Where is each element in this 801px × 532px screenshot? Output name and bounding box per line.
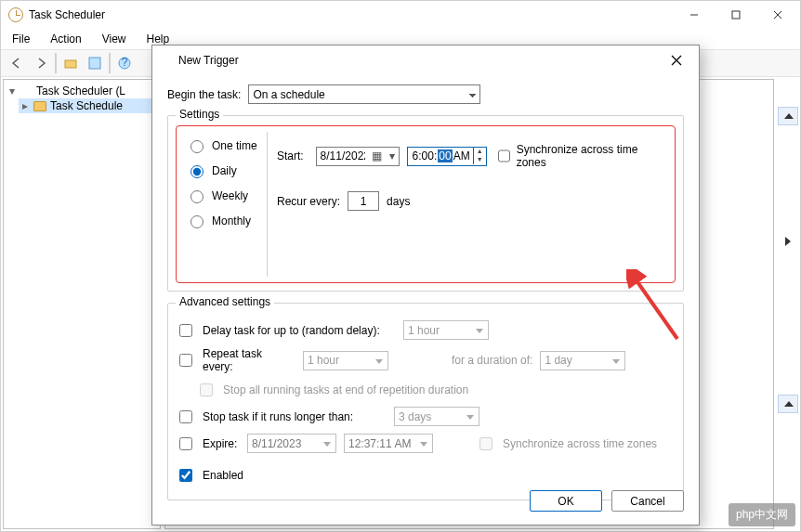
duration-value-combo: 1 day xyxy=(540,351,625,370)
freq-monthly[interactable]: Monthly xyxy=(186,213,263,228)
recur-label: Recur every: xyxy=(277,195,340,208)
nav-forward-button[interactable] xyxy=(31,53,51,73)
freq-daily[interactable]: Daily xyxy=(186,162,263,178)
svg-text:?: ? xyxy=(122,57,128,69)
dialog-title: New Trigger xyxy=(178,54,239,67)
enabled-checkbox[interactable] xyxy=(179,469,192,482)
minimize-button[interactable] xyxy=(673,2,715,28)
recur-value-input[interactable] xyxy=(348,191,379,211)
nav-back-button[interactable] xyxy=(7,53,27,73)
repeat-label: Repeat task every: xyxy=(203,347,295,373)
time-ampm[interactable]: AM xyxy=(453,149,471,162)
expire-time-input: 12:37:11 AM xyxy=(344,434,433,453)
tree-root-label: Task Scheduler (L xyxy=(36,84,125,97)
stop-after-rep-label: Stop all running tasks at end of repetit… xyxy=(223,383,468,396)
tree-pane: ▾ Task Scheduler (L ▸ Task Schedule xyxy=(3,79,161,529)
frequency-column: One time Daily Weekly Monthly xyxy=(182,132,268,277)
time-spinner[interactable]: ▲▼ xyxy=(473,148,486,164)
new-trigger-dialog: New Trigger Begin the task: On a schedul… xyxy=(151,45,700,526)
chevron-right-icon[interactable] xyxy=(785,237,791,246)
stop-after-rep-checkbox xyxy=(200,383,213,396)
settings-highlight: One time Daily Weekly Monthly Start: ▦ ▾ xyxy=(176,125,676,283)
dialog-close-button[interactable] xyxy=(663,47,689,73)
stop-longer-combo: 3 days xyxy=(394,407,479,426)
expand-icon[interactable]: ▸ xyxy=(20,99,30,112)
start-date-value[interactable] xyxy=(317,148,369,165)
repeat-checkbox[interactable] xyxy=(179,354,192,367)
titlebar: Task Scheduler xyxy=(1,1,800,29)
stop-longer-checkbox[interactable] xyxy=(179,410,192,423)
toolbar-separator xyxy=(55,53,57,73)
delay-checkbox[interactable] xyxy=(179,324,192,337)
recur-unit: days xyxy=(387,195,410,208)
stop-longer-label: Stop task if it runs longer than: xyxy=(203,410,387,423)
settings-group: Settings One time Daily Weekly Monthly S… xyxy=(167,115,684,292)
calendar-icon[interactable]: ▦ xyxy=(369,149,386,162)
chevron-up-icon xyxy=(784,113,794,119)
start-date-input[interactable]: ▦ ▾ xyxy=(316,147,400,166)
delay-label: Delay task for up to (random delay): xyxy=(203,324,396,337)
freq-one-time[interactable]: One time xyxy=(186,137,263,153)
svg-rect-1 xyxy=(732,11,740,19)
help-icon[interactable]: ? xyxy=(114,53,135,73)
expire-checkbox[interactable] xyxy=(179,437,192,450)
tree-child-label: Task Schedule xyxy=(50,99,123,112)
ok-button[interactable]: OK xyxy=(530,490,602,512)
close-window-button[interactable] xyxy=(756,2,798,28)
menu-file[interactable]: File xyxy=(8,31,33,47)
actions-pane xyxy=(778,79,798,529)
watermark: php中文网 xyxy=(729,503,795,526)
toolbar-separator xyxy=(109,53,111,73)
expire-sync-label: Synchronize across time zones xyxy=(503,437,657,450)
time-hours[interactable]: 6:00: xyxy=(412,149,439,162)
repeat-value-combo: 1 hour xyxy=(303,351,388,370)
begin-task-label: Begin the task: xyxy=(167,88,241,101)
chevron-up-icon xyxy=(784,401,794,407)
expire-sync-checkbox xyxy=(479,437,492,450)
time-seconds-selected[interactable]: 00 xyxy=(438,149,452,162)
expire-date-input: 8/11/2023 xyxy=(247,434,336,453)
advanced-legend: Advanced settings xyxy=(176,295,274,308)
start-label: Start: xyxy=(277,149,309,162)
menu-action[interactable]: Action xyxy=(46,31,85,47)
cancel-button[interactable]: Cancel xyxy=(611,490,684,512)
properties-icon[interactable] xyxy=(85,53,105,73)
delay-value-combo: 1 hour xyxy=(403,320,489,340)
folder-icon xyxy=(33,101,46,111)
actions-header[interactable] xyxy=(778,107,798,125)
begin-task-select[interactable]: On a schedule xyxy=(248,84,480,104)
chevron-down-icon[interactable]: ▾ xyxy=(386,149,399,162)
settings-legend: Settings xyxy=(176,108,223,121)
enabled-label: Enabled xyxy=(203,469,243,482)
svg-rect-4 xyxy=(65,60,76,68)
dialog-titlebar: New Trigger xyxy=(152,45,699,75)
freq-weekly[interactable]: Weekly xyxy=(186,188,263,203)
expire-label: Expire: xyxy=(203,437,240,450)
tree-root[interactable]: ▾ Task Scheduler (L xyxy=(6,84,158,98)
window-title: Task Scheduler xyxy=(29,8,105,21)
advanced-settings-group: Advanced settings Delay task for up to (… xyxy=(167,303,684,500)
svg-rect-5 xyxy=(89,58,100,69)
new-folder-icon[interactable] xyxy=(60,53,81,73)
clock-icon xyxy=(20,85,33,97)
clock-icon xyxy=(162,54,175,67)
menu-view[interactable]: View xyxy=(98,31,130,47)
duration-label: for a duration of: xyxy=(452,354,532,367)
app-clock-icon xyxy=(8,7,23,22)
actions-header[interactable] xyxy=(778,395,798,413)
sync-timezones-checkbox[interactable]: Synchronize across time zones xyxy=(494,143,660,169)
tree-child[interactable]: ▸ Task Schedule xyxy=(19,98,158,113)
start-time-input[interactable]: 6:00:00 AM ▲▼ xyxy=(407,147,487,166)
collapse-icon[interactable]: ▾ xyxy=(7,84,17,97)
maximize-button[interactable] xyxy=(715,2,756,28)
